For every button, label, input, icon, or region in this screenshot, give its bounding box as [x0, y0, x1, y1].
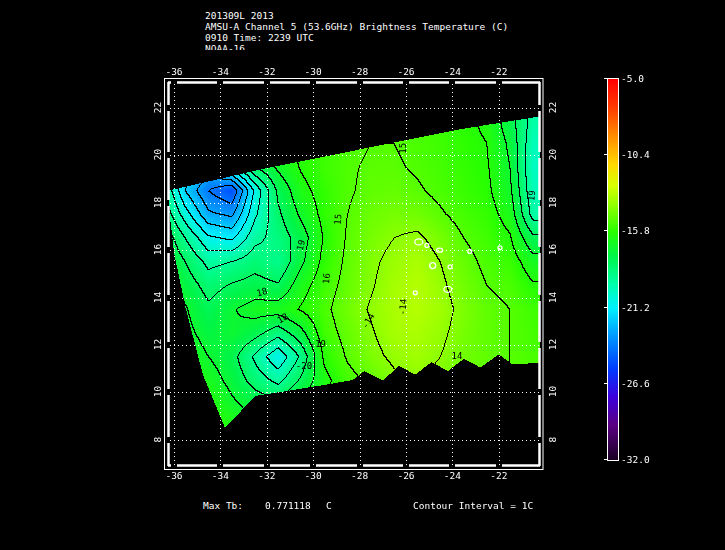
screenshot-root: { "title_block": { "lines": [ "201309L 2… — [0, 0, 725, 550]
tick-label: 20 — [152, 144, 163, 166]
tick-label: -30 — [298, 470, 328, 481]
tick-label: -26 — [391, 470, 421, 481]
tick-label: 8 — [547, 428, 558, 450]
tick-label: -24 — [437, 470, 467, 481]
tick-label: 20 — [547, 144, 558, 166]
title-line-3: 0910 Time: 2239 UTC — [205, 32, 508, 43]
tick-label: 22 — [152, 97, 163, 119]
title-line-2: AMSU-A Channel 5 (53.6GHz) Brightness Te… — [205, 21, 508, 32]
tick-label: -36 — [159, 66, 189, 77]
tick-label: -34 — [205, 66, 235, 77]
tick-label: -24 — [437, 66, 467, 77]
colorbar-tick-label: -15.8 — [621, 225, 650, 236]
contour-map-canvas — [140, 50, 560, 490]
tick-label: 8 — [152, 428, 163, 450]
tick-label: 16 — [547, 239, 558, 261]
title-block: 201309L 2013 AMSU-A Channel 5 (53.6GHz) … — [205, 10, 508, 54]
tick-label: 18 — [152, 191, 163, 213]
colorbar-tick-label: -26.6 — [621, 378, 650, 389]
tick-label: -28 — [345, 66, 375, 77]
tick-label: 18 — [547, 191, 558, 213]
contour-interval-label: Contour Interval = 1C — [413, 500, 533, 511]
tick-label: 14 — [547, 286, 558, 308]
tick-label: -30 — [298, 66, 328, 77]
tick-label: 22 — [547, 97, 558, 119]
tick-label: -36 — [159, 470, 189, 481]
tick-label: -34 — [205, 470, 235, 481]
tick-label: -22 — [484, 66, 514, 77]
tick-label: -28 — [345, 470, 375, 481]
tick-label: -22 — [484, 470, 514, 481]
colorbar-tick-label: -5.0 — [621, 73, 644, 84]
max-tb-label: Max Tb: — [203, 500, 243, 511]
tick-label: 12 — [152, 334, 163, 356]
tick-label: 10 — [547, 381, 558, 403]
colorbar-canvas — [600, 70, 630, 470]
tick-label: 14 — [152, 286, 163, 308]
tick-label: -26 — [391, 66, 421, 77]
tick-label: 12 — [547, 334, 558, 356]
tick-label: -32 — [252, 66, 282, 77]
max-tb-unit: C — [326, 500, 332, 511]
tick-label: 16 — [152, 239, 163, 261]
tick-label: -32 — [252, 470, 282, 481]
colorbar-tick-label: -10.4 — [621, 149, 650, 160]
colorbar-tick-label: -32.0 — [621, 454, 650, 465]
colorbar-tick-label: -21.2 — [621, 302, 650, 313]
max-tb-value: 0.771118 — [265, 500, 311, 511]
title-line-1: 201309L 2013 — [205, 10, 508, 21]
tick-label: 10 — [152, 381, 163, 403]
